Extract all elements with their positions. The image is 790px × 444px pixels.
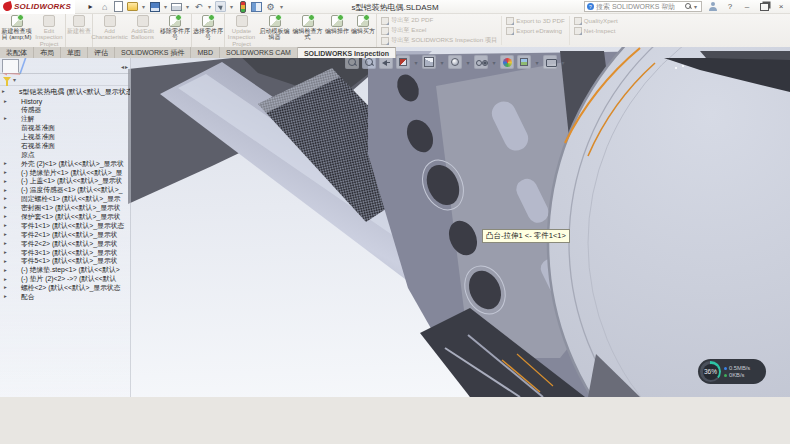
tree-item[interactable]: 配合 [0, 293, 130, 302]
new-file-icon[interactable] [113, 1, 124, 12]
login-icon[interactable] [707, 1, 719, 12]
expand-arrow-icon[interactable] [4, 196, 9, 202]
command-tab[interactable]: 评估 [88, 47, 115, 58]
expand-arrow-icon[interactable] [2, 89, 7, 95]
tree-item[interactable]: 注解 [0, 115, 130, 124]
command-tab[interactable]: 草图 [61, 47, 88, 58]
tree-item[interactable]: History [0, 97, 130, 106]
solidworks-logo[interactable]: SOLIDWORKS [0, 0, 75, 14]
expand-arrow-icon[interactable] [4, 250, 9, 256]
command-tab[interactable]: MBD [191, 47, 220, 58]
featuremanager-tab-icon[interactable] [2, 59, 19, 73]
expand-arrow-icon[interactable] [4, 277, 9, 283]
filter-caret-icon[interactable]: ▾ [13, 76, 16, 83]
dropdown-caret-icon[interactable]: ▾ [279, 1, 284, 12]
search-icon[interactable] [685, 3, 692, 10]
ribbon-button[interactable]: 移除零件序号 [159, 14, 192, 47]
expand-arrow-icon[interactable] [4, 259, 9, 265]
tree-item[interactable]: (-) 上盖<1> (默认<<默认>_显示状 [0, 177, 130, 186]
ribbon-button[interactable]: 新建检查 [66, 14, 93, 47]
display-style-icon[interactable] [448, 55, 462, 69]
close-button[interactable]: × [775, 1, 787, 12]
recorder-overlay[interactable]: 36% 0.5MB/s 0KB/s [698, 359, 766, 384]
command-tab[interactable]: 装配体 [0, 47, 34, 58]
panel-tab-overflow-icon[interactable]: ◂▸ [121, 63, 128, 70]
expand-arrow-icon[interactable] [4, 294, 9, 300]
expand-arrow-icon[interactable] [4, 116, 9, 122]
rebuild-icon[interactable] [237, 1, 248, 12]
propertymanager-tab-icon[interactable] [20, 59, 37, 73]
dropdown-caret-icon[interactable]: ▾ [534, 55, 540, 69]
command-tab[interactable]: 布局 [34, 47, 61, 58]
dropdown-caret-icon[interactable]: ▾ [185, 1, 190, 12]
tree-item[interactable]: (-) 垫片 (2)<2> ->? (默认<<默认 [0, 275, 130, 284]
displaymanager-tab-icon[interactable] [74, 59, 91, 73]
dimxpertmanager-tab-icon[interactable] [56, 59, 73, 73]
ribbon-button[interactable]: 编辑买方 [350, 14, 376, 47]
tree-item[interactable]: 传感器 [0, 106, 130, 115]
tree-item[interactable]: 固定螺栓<1> (默认<<默认>_显示 [0, 195, 130, 204]
tree-item[interactable]: 原点 [0, 150, 130, 159]
select-icon[interactable] [215, 1, 226, 12]
graphics-viewport[interactable]: ▾ ▾ ▾ ▾ ▾ ▾ [0, 47, 790, 397]
view-settings-icon[interactable] [543, 55, 557, 69]
ribbon-button[interactable]: Update Inspection Project [225, 14, 258, 47]
dropdown-caret-icon[interactable]: ▾ [163, 1, 168, 12]
dropdown-caret-icon[interactable]: ▾ [491, 55, 497, 69]
hide-show-items-icon[interactable] [474, 55, 488, 69]
tree-filter[interactable]: ▾ [0, 74, 130, 86]
file-properties-icon[interactable] [251, 1, 262, 12]
tree-item[interactable]: 右视基准面 [0, 141, 130, 150]
export-item[interactable]: QualityXpert [574, 16, 618, 25]
expand-arrow-icon[interactable] [4, 205, 9, 211]
tree-item[interactable]: 零件5<1> (默认<<默认>_显示状 [0, 257, 130, 266]
expand-arrow-icon[interactable] [4, 232, 9, 238]
tree-item[interactable]: 零件1<1> (默认<<默认>_显示状态 [0, 221, 130, 230]
search-input[interactable]: ? 搜索 SOLIDWORKS 帮助 ▾ [584, 1, 702, 12]
expand-arrow-icon[interactable] [4, 223, 9, 229]
configurationmanager-tab-icon[interactable] [38, 59, 55, 73]
export-item[interactable]: 导出至 SOLIDWORKS Inspection 项目 [381, 36, 497, 45]
view-orientation-icon[interactable] [422, 55, 436, 69]
expand-arrow-icon[interactable] [4, 179, 9, 185]
dropdown-caret-icon[interactable]: ▾ [141, 1, 146, 12]
dropdown-caret-icon[interactable]: ▾ [413, 55, 419, 69]
dropdown-caret-icon[interactable]: ▾ [465, 55, 471, 69]
export-item[interactable]: 导出至 Excel [381, 26, 497, 35]
tree-item[interactable]: 保护套<1> (默认<<默认>_显示状 [0, 213, 130, 222]
expand-arrow-icon[interactable] [4, 214, 9, 220]
undo-icon[interactable]: ↶ [193, 1, 204, 12]
dropdown-caret-icon[interactable]: ▾ [207, 1, 212, 12]
expand-arrow-icon[interactable] [4, 170, 9, 176]
ribbon-button[interactable]: 编辑检查方式 [291, 14, 324, 47]
expand-arrow-icon[interactable] [4, 188, 9, 194]
ribbon-button[interactable]: Edit Inspection Project [33, 14, 66, 47]
section-view-icon[interactable] [396, 55, 410, 69]
save-icon[interactable] [149, 1, 160, 12]
expand-arrow-icon[interactable] [4, 99, 9, 105]
command-tab[interactable]: SOLIDWORKS CAM [220, 47, 298, 58]
expand-arrow-icon[interactable] [4, 241, 9, 247]
search-caret-icon[interactable]: ▾ [694, 3, 699, 10]
print-icon[interactable] [171, 1, 182, 12]
tree-item[interactable]: 零件3<1> (默认<<默认>_显示状 [0, 248, 130, 257]
export-item[interactable]: Export eDrawing [506, 26, 565, 35]
inspection-tab-icon[interactable] [92, 59, 109, 73]
export-item[interactable]: Export to 3D PDF [506, 16, 565, 25]
command-tab[interactable]: SOLIDWORKS Inspection [298, 47, 396, 58]
dropdown-caret-icon[interactable]: ▾ [439, 55, 445, 69]
export-item[interactable]: Net-Inspect [574, 26, 618, 35]
dropdown-caret-icon[interactable]: ▾ [229, 1, 234, 12]
command-tab[interactable]: SOLIDWORKS 插件 [115, 47, 191, 58]
export-item[interactable]: 导出至 2D PDF [381, 16, 497, 25]
ribbon-button[interactable]: 新建检查项目 (amp;M) [0, 14, 33, 47]
expand-arrow-icon[interactable] [4, 161, 9, 167]
ribbon-button[interactable]: Add Characteristic [93, 14, 126, 47]
tree-item[interactable]: 零件2<2> (默认<<默认>_显示状 [0, 239, 130, 248]
restore-button[interactable] [758, 1, 770, 12]
flyout-arrow-icon[interactable]: ▸ [85, 1, 96, 12]
tree-item[interactable]: 螺栓<2> (默认<<默认>_显示状态 [0, 284, 130, 293]
open-icon[interactable] [127, 1, 138, 12]
apply-scene-icon[interactable] [517, 55, 531, 69]
expand-arrow-icon[interactable] [4, 285, 9, 291]
